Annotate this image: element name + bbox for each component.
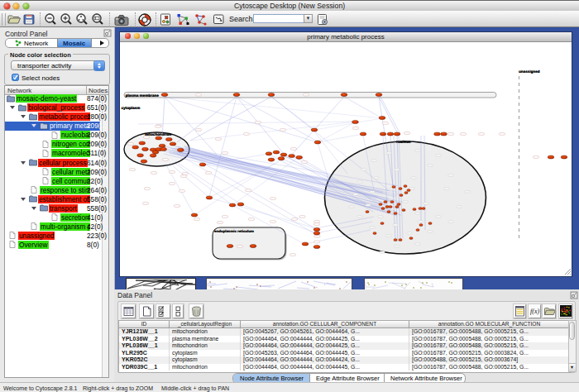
svg-text:mitochondrion: mitochondrion <box>145 132 171 136</box>
svg-text:plasma membrane: plasma membrane <box>126 93 160 98</box>
svg-text:cytoplasm: cytoplasm <box>122 106 141 110</box>
svg-text:f(x): f(x) <box>530 308 539 315</box>
svg-text:unassigned: unassigned <box>519 69 540 74</box>
svg-text:endoplasmic reticulum: endoplasmic reticulum <box>214 229 254 233</box>
svg-text:nucleus: nucleus <box>396 140 411 144</box>
